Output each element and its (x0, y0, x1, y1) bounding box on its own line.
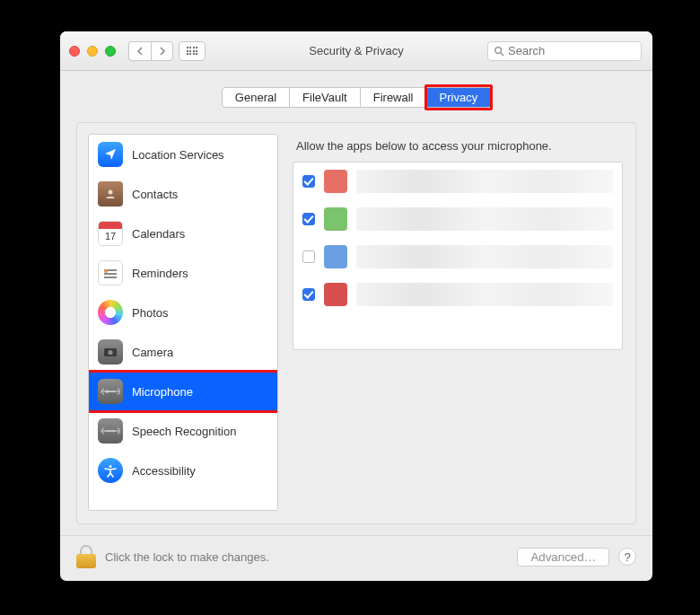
sidebar-item-speech[interactable]: Speech Recognition (89, 411, 277, 451)
permission-checkbox[interactable] (302, 288, 315, 301)
app-icon (324, 170, 347, 193)
close-window[interactable] (69, 46, 80, 57)
lock-text: Click the lock to make changes. (105, 550, 269, 564)
sidebar-item-label: Reminders (132, 267, 188, 280)
app-row[interactable] (293, 200, 622, 238)
app-row[interactable] (293, 238, 622, 276)
tab-firewall[interactable]: Firewall (361, 88, 427, 107)
sidebar-item-calendars[interactable]: 17 Calendars (89, 214, 277, 253)
svg-line-1 (501, 53, 503, 56)
minimize-window[interactable] (87, 46, 98, 57)
window-controls (69, 46, 116, 57)
reminders-icon (98, 260, 123, 286)
contacts-icon (98, 181, 123, 206)
app-permission-list[interactable] (293, 162, 623, 350)
sidebar-item-label: Microphone (132, 385, 193, 399)
tab-bar: General FileVault Firewall Privacy (222, 87, 491, 108)
chevron-right-icon (159, 47, 166, 56)
microphone-icon (98, 379, 123, 404)
sidebar-item-location[interactable]: Location Services (89, 135, 277, 174)
calendar-icon: 17 (98, 221, 123, 246)
permission-checkbox[interactable] (302, 250, 315, 263)
app-row[interactable] (293, 163, 622, 200)
accessibility-icon (98, 458, 123, 483)
grid-icon (187, 47, 198, 55)
sidebar-item-label: Speech Recognition (132, 425, 236, 438)
show-all-button[interactable] (179, 41, 206, 61)
app-name-redacted (356, 207, 613, 231)
forward-button[interactable] (151, 41, 173, 61)
pane-description: Allow the apps below to access your micr… (293, 134, 623, 162)
tab-privacy[interactable]: Privacy (427, 88, 491, 107)
photos-icon (98, 300, 123, 325)
app-name-redacted (356, 283, 613, 306)
privacy-category-list[interactable]: Location Services Contacts 17 Calendars (88, 134, 278, 511)
tab-filevault[interactable]: FileVault (290, 88, 361, 107)
app-name-redacted (356, 245, 613, 268)
sidebar-item-label: Contacts (132, 188, 178, 201)
app-name-redacted (356, 170, 613, 193)
sidebar-item-reminders[interactable]: Reminders (89, 253, 277, 293)
app-row[interactable] (293, 276, 622, 313)
tabs-row: General FileVault Firewall Privacy (60, 71, 652, 113)
help-button[interactable]: ? (618, 548, 636, 566)
preferences-window: Security & Privacy General FileVault Fir… (60, 31, 652, 581)
tab-general[interactable]: General (223, 88, 290, 107)
permission-checkbox[interactable] (302, 175, 315, 188)
sidebar-item-microphone[interactable]: Microphone (89, 372, 277, 411)
location-icon (98, 142, 123, 167)
svg-point-0 (495, 47, 502, 53)
app-icon (324, 283, 347, 306)
app-icon (324, 207, 347, 231)
advanced-button[interactable]: Advanced… (517, 548, 609, 567)
panel: Location Services Contacts 17 Calendars (76, 122, 636, 524)
toolbar-nav (128, 41, 206, 61)
sidebar-item-label: Camera (132, 346, 173, 359)
lock-icon[interactable] (76, 545, 96, 568)
sidebar-item-label: Location Services (132, 148, 224, 162)
sidebar-item-label: Photos (132, 306, 168, 320)
search-input[interactable] (508, 44, 635, 57)
sidebar-item-label: Accessibility (132, 464, 196, 478)
camera-icon (98, 339, 123, 365)
sidebar-item-label: Calendars (132, 227, 185, 241)
svg-point-2 (109, 190, 113, 195)
chevron-left-icon (136, 47, 144, 56)
back-button[interactable] (128, 41, 151, 61)
permission-checkbox[interactable] (302, 213, 315, 225)
titlebar: Security & Privacy (60, 31, 652, 71)
sidebar-item-photos[interactable]: Photos (89, 293, 277, 332)
sidebar-item-contacts[interactable]: Contacts (89, 174, 277, 214)
content: General FileVault Firewall Privacy Locat… (60, 71, 652, 581)
detail-pane: Allow the apps below to access your micr… (293, 134, 623, 511)
app-icon (324, 245, 347, 268)
svg-point-4 (108, 350, 112, 355)
speech-icon (98, 418, 123, 444)
svg-point-5 (109, 465, 111, 468)
search-icon (494, 46, 504, 57)
search-field[interactable] (487, 41, 642, 61)
zoom-window[interactable] (105, 46, 116, 57)
sidebar-item-accessibility[interactable]: Accessibility (89, 451, 277, 490)
sidebar-item-camera[interactable]: Camera (89, 332, 277, 372)
footer: Click the lock to make changes. Advanced… (60, 535, 652, 581)
